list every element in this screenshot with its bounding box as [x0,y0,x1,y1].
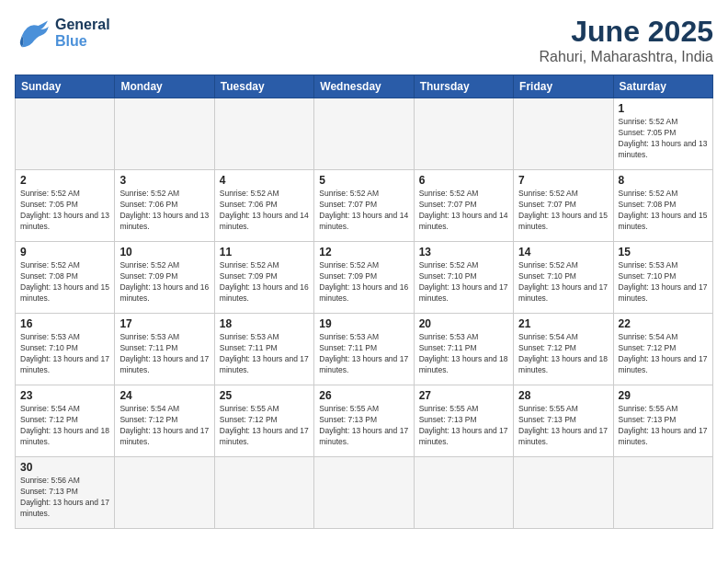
day-info: Sunrise: 5:53 AMSunset: 7:11 PMDaylight:… [220,332,309,376]
day-info: Sunrise: 5:52 AMSunset: 7:05 PMDaylight:… [619,117,708,161]
day-info: Sunrise: 5:55 AMSunset: 7:12 PMDaylight:… [220,404,309,448]
day-number: 29 [619,389,708,402]
calendar-body: 1Sunrise: 5:52 AMSunset: 7:05 PMDaylight… [16,98,713,529]
day-info: Sunrise: 5:52 AMSunset: 7:08 PMDaylight:… [20,260,109,304]
day-number: 12 [319,246,408,259]
table-row: 17Sunrise: 5:53 AMSunset: 7:11 PMDayligh… [115,314,214,385]
day-info: Sunrise: 5:54 AMSunset: 7:12 PMDaylight:… [119,404,209,448]
table-row: 13Sunrise: 5:52 AMSunset: 7:10 PMDayligh… [414,242,513,314]
table-row: 28Sunrise: 5:55 AMSunset: 7:13 PMDayligh… [514,385,613,457]
table-row [514,457,613,529]
calendar-week-row: 30Sunrise: 5:56 AMSunset: 7:13 PMDayligh… [16,457,713,529]
day-number: 26 [319,389,408,402]
day-number: 16 [20,317,109,330]
day-info: Sunrise: 5:53 AMSunset: 7:11 PMDaylight:… [119,332,209,376]
col-wednesday: Wednesday [314,75,414,98]
table-row: 26Sunrise: 5:55 AMSunset: 7:13 PMDayligh… [314,385,414,457]
day-info: Sunrise: 5:52 AMSunset: 7:06 PMDaylight:… [119,189,209,233]
logo-general-text: General [55,17,110,33]
day-number: 8 [619,174,708,187]
page: General Blue June 2025 Rahuri, Maharasht… [0,0,728,563]
title-block: June 2025 Rahuri, Maharashtra, India [540,15,713,65]
table-row [414,98,513,170]
calendar-week-row: 1Sunrise: 5:52 AMSunset: 7:05 PMDaylight… [16,98,713,170]
day-number: 15 [619,246,708,259]
day-info: Sunrise: 5:55 AMSunset: 7:13 PMDaylight:… [319,404,408,448]
table-row: 22Sunrise: 5:54 AMSunset: 7:12 PMDayligh… [613,314,712,385]
day-number: 17 [119,317,209,330]
day-number: 24 [119,389,209,402]
day-info: Sunrise: 5:52 AMSunset: 7:09 PMDaylight:… [319,260,408,304]
table-row: 5Sunrise: 5:52 AMSunset: 7:07 PMDaylight… [314,170,414,242]
col-friday: Friday [514,75,613,98]
table-row [314,457,414,529]
day-info: Sunrise: 5:55 AMSunset: 7:13 PMDaylight:… [419,404,508,448]
table-row [314,98,414,170]
logo-icon [15,15,51,52]
table-row: 11Sunrise: 5:52 AMSunset: 7:09 PMDayligh… [214,242,313,314]
day-number: 22 [619,317,708,330]
col-tuesday: Tuesday [214,75,313,98]
table-row [514,98,613,170]
calendar-week-row: 16Sunrise: 5:53 AMSunset: 7:10 PMDayligh… [16,314,713,385]
day-info: Sunrise: 5:54 AMSunset: 7:12 PMDaylight:… [518,332,608,376]
day-number: 21 [518,317,608,330]
table-row: 30Sunrise: 5:56 AMSunset: 7:13 PMDayligh… [16,457,115,529]
location-subtitle: Rahuri, Maharashtra, India [540,49,713,65]
table-row: 25Sunrise: 5:55 AMSunset: 7:12 PMDayligh… [214,385,313,457]
table-row: 21Sunrise: 5:54 AMSunset: 7:12 PMDayligh… [514,314,613,385]
calendar-week-row: 9Sunrise: 5:52 AMSunset: 7:08 PMDaylight… [16,242,713,314]
day-number: 4 [220,174,309,187]
calendar-header-row: Sunday Monday Tuesday Wednesday Thursday… [16,75,713,98]
table-row [414,457,513,529]
day-info: Sunrise: 5:52 AMSunset: 7:05 PMDaylight:… [20,189,109,233]
day-number: 1 [619,102,708,115]
day-info: Sunrise: 5:53 AMSunset: 7:11 PMDaylight:… [319,332,408,376]
table-row [214,457,313,529]
main-title: June 2025 [540,15,713,49]
day-number: 30 [20,461,109,474]
table-row: 8Sunrise: 5:52 AMSunset: 7:08 PMDaylight… [613,170,712,242]
table-row: 2Sunrise: 5:52 AMSunset: 7:05 PMDaylight… [16,170,115,242]
table-row: 10Sunrise: 5:52 AMSunset: 7:09 PMDayligh… [115,242,214,314]
day-number: 2 [20,174,109,187]
table-row: 14Sunrise: 5:52 AMSunset: 7:10 PMDayligh… [514,242,613,314]
col-sunday: Sunday [16,75,115,98]
day-number: 5 [319,174,408,187]
table-row: 16Sunrise: 5:53 AMSunset: 7:10 PMDayligh… [16,314,115,385]
table-row [214,98,313,170]
logo-words: General Blue [55,17,110,49]
day-number: 20 [419,317,508,330]
day-number: 11 [220,246,309,259]
calendar-week-row: 2Sunrise: 5:52 AMSunset: 7:05 PMDaylight… [16,170,713,242]
table-row: 20Sunrise: 5:53 AMSunset: 7:11 PMDayligh… [414,314,513,385]
day-info: Sunrise: 5:53 AMSunset: 7:10 PMDaylight:… [20,332,109,376]
day-info: Sunrise: 5:53 AMSunset: 7:11 PMDaylight:… [419,332,508,376]
table-row: 12Sunrise: 5:52 AMSunset: 7:09 PMDayligh… [314,242,414,314]
day-number: 7 [518,174,608,187]
day-info: Sunrise: 5:52 AMSunset: 7:07 PMDaylight:… [419,189,508,233]
day-info: Sunrise: 5:55 AMSunset: 7:13 PMDaylight:… [619,404,708,448]
day-info: Sunrise: 5:54 AMSunset: 7:12 PMDaylight:… [619,332,708,376]
table-row: 4Sunrise: 5:52 AMSunset: 7:06 PMDaylight… [214,170,313,242]
table-row: 29Sunrise: 5:55 AMSunset: 7:13 PMDayligh… [613,385,712,457]
day-info: Sunrise: 5:52 AMSunset: 7:06 PMDaylight:… [220,189,309,233]
day-number: 25 [220,389,309,402]
table-row [16,98,115,170]
table-row: 18Sunrise: 5:53 AMSunset: 7:11 PMDayligh… [214,314,313,385]
table-row: 23Sunrise: 5:54 AMSunset: 7:12 PMDayligh… [16,385,115,457]
day-info: Sunrise: 5:52 AMSunset: 7:09 PMDaylight:… [119,260,209,304]
day-info: Sunrise: 5:52 AMSunset: 7:09 PMDaylight:… [220,260,309,304]
day-number: 13 [419,246,508,259]
table-row: 19Sunrise: 5:53 AMSunset: 7:11 PMDayligh… [314,314,414,385]
table-row: 7Sunrise: 5:52 AMSunset: 7:07 PMDaylight… [514,170,613,242]
day-info: Sunrise: 5:53 AMSunset: 7:10 PMDaylight:… [619,260,708,304]
day-number: 18 [220,317,309,330]
col-saturday: Saturday [613,75,712,98]
day-info: Sunrise: 5:55 AMSunset: 7:13 PMDaylight:… [518,404,608,448]
calendar-week-row: 23Sunrise: 5:54 AMSunset: 7:12 PMDayligh… [16,385,713,457]
day-info: Sunrise: 5:52 AMSunset: 7:07 PMDaylight:… [319,189,408,233]
day-number: 9 [20,246,109,259]
day-info: Sunrise: 5:52 AMSunset: 7:10 PMDaylight:… [419,260,508,304]
day-info: Sunrise: 5:56 AMSunset: 7:13 PMDaylight:… [20,476,109,520]
